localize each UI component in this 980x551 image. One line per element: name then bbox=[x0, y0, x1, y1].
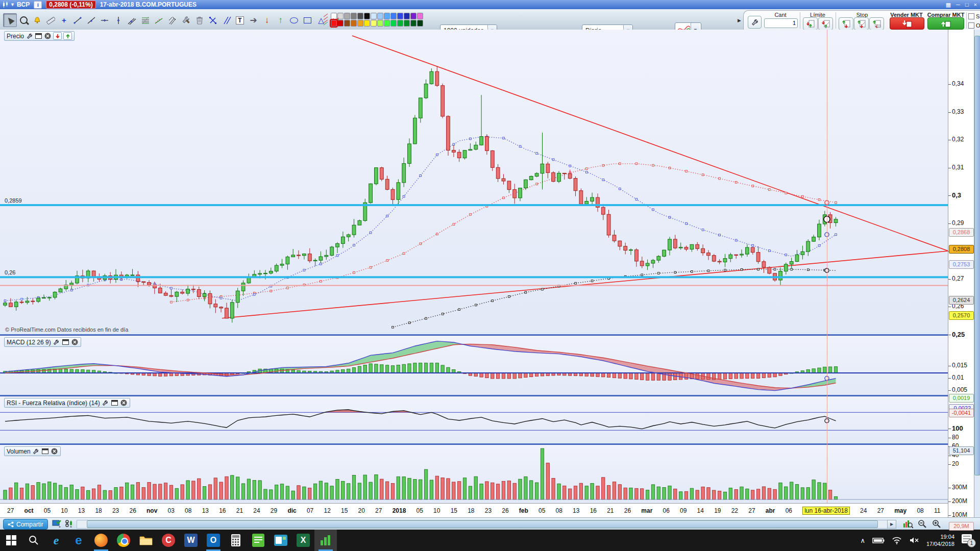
color-swatch[interactable] bbox=[404, 13, 410, 19]
taskbar-ie-icon[interactable]: e bbox=[45, 530, 67, 551]
color-swatch[interactable] bbox=[351, 13, 357, 19]
zoom-in-icon[interactable] bbox=[931, 519, 942, 529]
tool-trash-button[interactable] bbox=[192, 13, 206, 27]
limite-buy-button[interactable] bbox=[818, 17, 833, 30]
close-pane-icon[interactable] bbox=[71, 339, 79, 345]
taskbar-outlook-icon[interactable]: O bbox=[202, 530, 225, 551]
tool-rectangle-button[interactable] bbox=[301, 13, 314, 27]
layout-grid-icon[interactable]: ▦ bbox=[946, 2, 951, 8]
trendline[interactable] bbox=[352, 36, 948, 251]
horizontal-scrollbar-thumb[interactable] bbox=[87, 520, 878, 528]
wrench-icon[interactable] bbox=[53, 339, 60, 345]
battery-icon[interactable] bbox=[872, 537, 885, 543]
volume-chart[interactable] bbox=[0, 445, 948, 503]
color-swatch[interactable] bbox=[371, 13, 377, 19]
tool-parallel-lines-button[interactable] bbox=[219, 13, 233, 27]
notification-icon[interactable]: 1 bbox=[962, 534, 975, 546]
symbol-dropdown-caret[interactable]: ▼ bbox=[10, 2, 15, 7]
pane-precio[interactable] bbox=[0, 30, 948, 334]
maximize-icon[interactable]: □ bbox=[965, 2, 969, 8]
color-swatch[interactable] bbox=[410, 20, 416, 27]
sell-order-icon[interactable] bbox=[53, 32, 62, 40]
color-swatch[interactable] bbox=[384, 20, 390, 27]
color-swatch[interactable] bbox=[357, 13, 363, 19]
close-pane-icon[interactable] bbox=[44, 33, 52, 39]
tool-pitchfork-button[interactable] bbox=[165, 13, 179, 27]
hscroll-right-arrow[interactable]: ▶ bbox=[887, 520, 896, 529]
rsi-chart[interactable] bbox=[0, 396, 948, 445]
tool-zoom-button[interactable] bbox=[17, 13, 31, 27]
taskbar-excel-icon[interactable]: X bbox=[292, 530, 314, 551]
tool-ellipse-button[interactable] bbox=[287, 13, 301, 27]
color-swatch[interactable] bbox=[364, 13, 370, 19]
taskbar-notes-icon[interactable] bbox=[247, 530, 270, 551]
sell-mkt-button[interactable] bbox=[890, 17, 924, 30]
taskbar-search-icon[interactable] bbox=[22, 530, 45, 551]
close-pane-icon[interactable] bbox=[51, 448, 58, 455]
color-swatch[interactable] bbox=[397, 13, 403, 19]
tool-cursor-button[interactable] bbox=[3, 13, 17, 27]
taskbar-firefox-icon[interactable] bbox=[90, 530, 112, 551]
window-icon[interactable] bbox=[35, 33, 42, 39]
link-candle-icon[interactable] bbox=[63, 519, 75, 529]
tool-channel-button[interactable] bbox=[125, 13, 139, 27]
share-button[interactable]: Compartir bbox=[3, 519, 48, 530]
objective-checkbox[interactable] bbox=[968, 22, 974, 29]
tool-segment-button[interactable] bbox=[71, 13, 85, 27]
color-swatch[interactable] bbox=[397, 20, 403, 27]
taskbar-start-icon[interactable] bbox=[0, 530, 22, 551]
color-swatch[interactable] bbox=[357, 20, 363, 27]
tool-arrow-up-button[interactable]: ↑ bbox=[274, 13, 287, 27]
color-swatch[interactable] bbox=[377, 20, 383, 27]
color-swatch[interactable] bbox=[417, 13, 423, 19]
trendline[interactable] bbox=[222, 251, 948, 318]
limite-sell-button[interactable] bbox=[803, 17, 818, 30]
vertical-scrollbar-thumb[interactable] bbox=[974, 36, 980, 475]
color-swatch[interactable] bbox=[390, 13, 397, 19]
color-swatch[interactable] bbox=[404, 20, 410, 27]
tool-triangle-button[interactable]: △ bbox=[314, 13, 328, 27]
wrench-icon[interactable] bbox=[26, 33, 33, 39]
wrench-icon[interactable] bbox=[32, 448, 40, 455]
color-swatch[interactable] bbox=[351, 20, 357, 27]
close-pane-icon[interactable] bbox=[120, 399, 128, 406]
wrench-icon[interactable] bbox=[102, 399, 109, 406]
color-swatch[interactable] bbox=[344, 13, 350, 19]
color-swatch[interactable] bbox=[331, 20, 337, 27]
candlestick-chart[interactable] bbox=[0, 30, 948, 334]
taskbar-word-icon[interactable]: W bbox=[180, 530, 202, 551]
screen-check-icon[interactable] bbox=[51, 519, 62, 529]
close-icon[interactable]: × bbox=[974, 2, 977, 8]
tray-clock[interactable]: 19:0417/04/2018 bbox=[926, 533, 954, 547]
wifi-icon[interactable] bbox=[892, 537, 902, 544]
color-swatch[interactable] bbox=[390, 20, 397, 27]
taskbar-file-explorer-icon[interactable] bbox=[135, 530, 157, 551]
tool-settings-tools-button[interactable] bbox=[179, 13, 193, 27]
stop-limit-button[interactable] bbox=[869, 17, 884, 30]
tool-arrow-down-button[interactable]: ↓ bbox=[260, 13, 274, 27]
taskbar-ccleaner-icon[interactable]: C bbox=[157, 530, 180, 551]
taskbar-calculator-icon[interactable] bbox=[225, 530, 247, 551]
volume-muted-icon[interactable] bbox=[909, 537, 919, 544]
chart-zoom-icon[interactable] bbox=[902, 519, 914, 529]
tool-fibonacci-button[interactable] bbox=[138, 13, 152, 27]
minimize-icon[interactable]: ─ bbox=[956, 2, 960, 8]
tool-ruler-button[interactable] bbox=[44, 13, 58, 27]
tray-chevron-icon[interactable]: ∧ bbox=[860, 537, 865, 544]
color-swatch[interactable] bbox=[384, 13, 390, 19]
trade-settings-button[interactable] bbox=[748, 16, 762, 29]
color-swatch[interactable] bbox=[417, 20, 423, 27]
buy-mkt-button[interactable] bbox=[927, 17, 964, 30]
stop-buy-button[interactable] bbox=[854, 17, 869, 30]
pane-macd[interactable] bbox=[0, 336, 948, 396]
color-swatch[interactable] bbox=[377, 13, 383, 19]
pane-volumen[interactable] bbox=[0, 445, 948, 503]
buy-order-icon[interactable] bbox=[63, 32, 72, 40]
taskbar-prorealtime-icon[interactable] bbox=[314, 530, 337, 551]
taskbar-chrome-icon[interactable] bbox=[112, 530, 135, 551]
tool-cross-button[interactable] bbox=[206, 13, 220, 27]
color-swatch[interactable] bbox=[344, 20, 350, 27]
tool-regression-button[interactable] bbox=[152, 13, 166, 27]
tool-alarm-button[interactable] bbox=[30, 13, 44, 27]
window-icon[interactable] bbox=[111, 399, 118, 406]
